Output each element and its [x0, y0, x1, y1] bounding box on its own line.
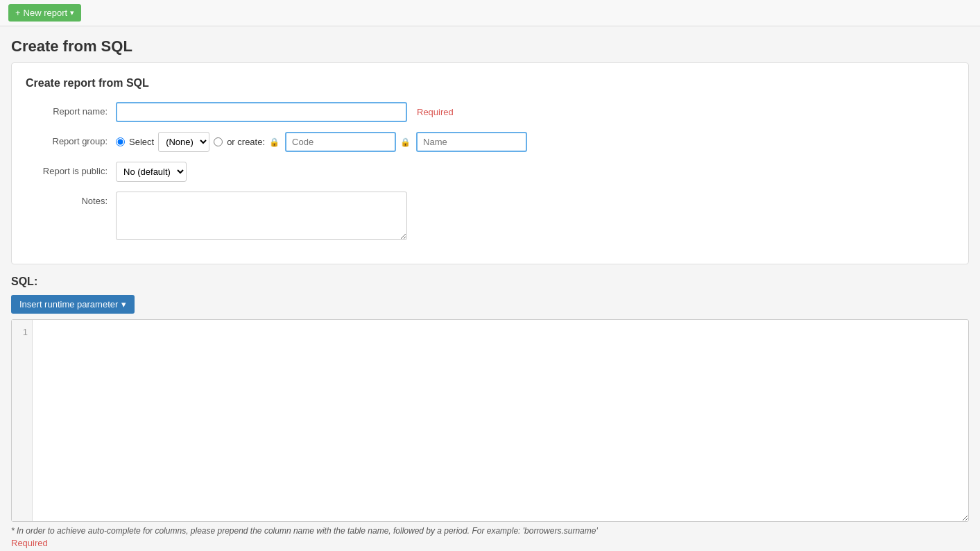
plus-icon: +	[15, 8, 21, 18]
report-public-label: Report is public:	[26, 162, 116, 176]
report-public-row: Report is public: No (default) Yes	[26, 162, 954, 182]
sql-section: SQL: Insert runtime parameter ▾ 1 * In o…	[0, 276, 980, 551]
line-numbers: 1	[12, 320, 33, 521]
insert-btn-label: Insert runtime parameter	[19, 299, 118, 310]
page-title: Create from SQL	[0, 26, 980, 62]
lock-icon-name: 🔒	[400, 137, 411, 147]
public-select[interactable]: No (default) Yes	[116, 162, 187, 182]
create-report-card: Create report from SQL Report name: Requ…	[11, 62, 969, 264]
top-nav: + New report ▾	[0, 0, 980, 26]
report-group-select[interactable]: (None)	[158, 132, 209, 152]
report-name-input[interactable]	[116, 102, 407, 122]
notes-controls	[116, 192, 407, 240]
report-name-row: Report name: Required	[26, 102, 954, 122]
or-create-label: or create:	[227, 137, 265, 147]
or-create-radio[interactable]	[214, 137, 223, 146]
report-group-row: Report group: Select (None) or create: 🔒…	[26, 132, 954, 152]
sql-editor: 1	[11, 319, 969, 522]
lock-icon-code: 🔒	[269, 137, 280, 147]
report-public-controls: No (default) Yes	[116, 162, 187, 182]
insert-runtime-parameter-button[interactable]: Insert runtime parameter ▾	[11, 295, 135, 314]
notes-row: Notes:	[26, 192, 954, 240]
sql-hint: * In order to achieve auto-complete for …	[11, 526, 969, 536]
sql-section-label: SQL:	[11, 276, 969, 288]
notes-label: Notes:	[26, 192, 116, 206]
sql-textarea[interactable]	[33, 320, 968, 521]
new-report-label: New report	[24, 8, 68, 18]
caret-down-icon: ▾	[121, 299, 126, 310]
name-input[interactable]	[416, 132, 527, 152]
report-name-required: Required	[417, 107, 454, 117]
sql-required-badge: Required	[11, 538, 969, 548]
select-label: Select	[129, 137, 154, 147]
notes-textarea[interactable]	[116, 192, 407, 240]
report-name-label: Report name:	[26, 102, 116, 117]
card-title: Create report from SQL	[26, 77, 954, 90]
report-group-controls: Select (None) or create: 🔒 🔒	[116, 132, 527, 152]
new-report-button[interactable]: + New report ▾	[8, 4, 81, 22]
chevron-down-icon: ▾	[70, 8, 74, 17]
code-input[interactable]	[285, 132, 396, 152]
report-group-label: Report group:	[26, 132, 116, 146]
line-number-1: 1	[16, 325, 28, 339]
report-name-controls: Required	[116, 102, 454, 122]
select-radio[interactable]	[116, 137, 125, 146]
